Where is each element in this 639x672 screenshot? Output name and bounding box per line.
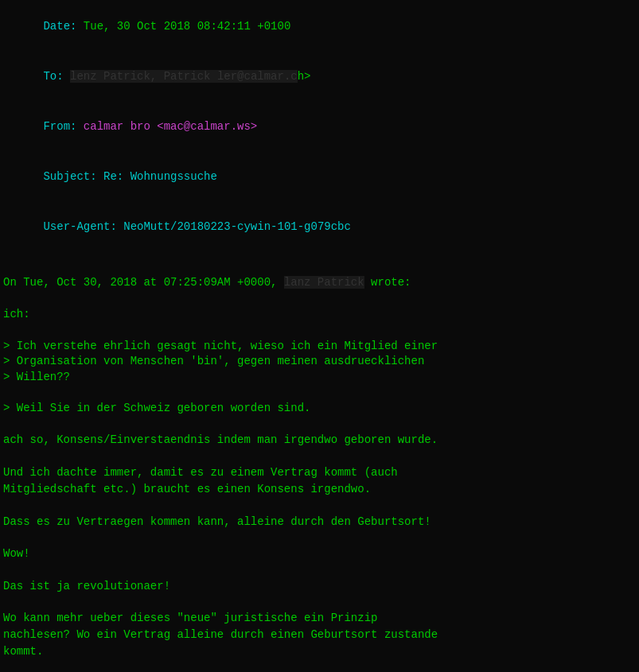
spacer-6: [3, 449, 636, 464]
spacer-9: [3, 562, 636, 578]
date-label: Date:: [43, 20, 76, 33]
useragent-label: User-Agent:: [43, 220, 116, 233]
spacer-8: [3, 530, 636, 546]
quote-intro-line: On Tue, Oct 30, 2018 at 07:25:09AM +0000…: [3, 274, 636, 291]
spacer-11: [3, 660, 636, 672]
quoted-line-1: > Ich verstehe ehrlich gesagt nicht, wie…: [3, 339, 636, 355]
spacer-3: [3, 323, 636, 339]
response-5: Das ist ja revolutionaer!: [3, 578, 636, 595]
useragent-line: User-Agent: NeoMutt/20180223-cywin-101-g…: [3, 202, 636, 252]
spacer-4: [3, 386, 636, 402]
from-line: From: calmar bro <mac@calmar.ws>: [3, 102, 636, 152]
date-value: Tue, 30 Oct 2018 08:42:11 +0100: [76, 20, 290, 33]
name-obscured: lanz Patrick: [284, 276, 364, 289]
response-2: Und ich dachte immer, damit es zu einem …: [3, 464, 636, 498]
salutation-line: ich:: [3, 306, 636, 323]
to-line: To: lenz Patrick, Patrick ler@calmar.ch>: [3, 52, 636, 102]
response-3: Dass es zu Vertraegen kommen kann, allei…: [3, 514, 636, 530]
quoted-line-3: > Willen??: [3, 370, 636, 386]
spacer-5: [3, 417, 636, 433]
response-6: Wo kann mehr ueber dieses "neue" juristi…: [3, 610, 636, 660]
date-line: Date: Tue, 30 Oct 2018 08:42:11 +0100: [3, 2, 636, 52]
email-body: On Tue, Oct 30, 2018 at 07:25:09AM +0000…: [3, 258, 636, 672]
useragent-value: NeoMutt/20180223-cywin-101-g079cbc: [117, 220, 351, 233]
to-value: lenz Patrick, Patrick ler@calmar.ch>: [64, 70, 311, 83]
response-1: ach so, Konsens/Einverstaendnis indem ma…: [3, 432, 636, 449]
to-label: To:: [43, 70, 63, 83]
spacer-1: [3, 258, 636, 274]
subject-value: Re: Wohnungssuche: [97, 170, 217, 183]
spacer-2: [3, 291, 636, 307]
email-viewer: Date: Tue, 30 Oct 2018 08:42:11 +0100 To…: [0, 0, 639, 672]
quoted-line-2: > Organisation von Menschen 'bin', gegen…: [3, 354, 636, 370]
from-label: From:: [43, 120, 76, 133]
spacer-7: [3, 498, 636, 514]
from-value: calmar bro <mac@calmar.ws>: [76, 120, 257, 133]
quoted-response-line: > Weil Sie in der Schweiz geboren worden…: [3, 401, 636, 417]
response-4: Wow!: [3, 546, 636, 562]
email-header: Date: Tue, 30 Oct 2018 08:42:11 +0100 To…: [3, 2, 636, 252]
to-obscured: lenz Patrick, Patrick ler@calmar.c: [70, 70, 298, 83]
spacer-10: [3, 595, 636, 611]
subject-label: Subject:: [43, 170, 96, 183]
subject-line: Subject: Re: Wohnungssuche: [3, 152, 636, 202]
